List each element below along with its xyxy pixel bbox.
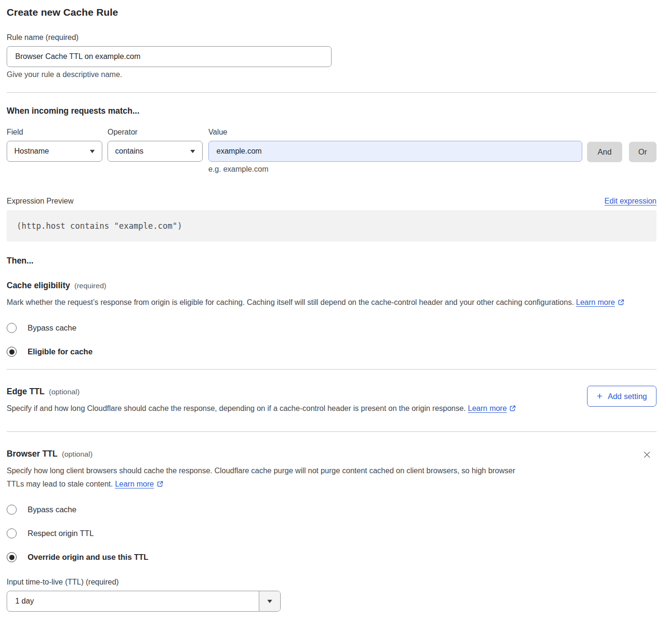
radio-label: Respect origin TTL bbox=[28, 529, 94, 538]
value-label: Value bbox=[208, 128, 582, 137]
browser-ttl-learn-more-link[interactable]: Learn more bbox=[115, 480, 154, 488]
radio-respect-origin-ttl[interactable]: Respect origin TTL bbox=[7, 528, 656, 538]
radio-label: Bypass cache bbox=[28, 323, 77, 332]
learn-more-label: Learn more bbox=[468, 404, 507, 412]
section-divider bbox=[7, 92, 656, 93]
radio-circle-icon bbox=[7, 552, 17, 562]
value-helper: e.g. example.com bbox=[208, 165, 582, 174]
edge-ttl-learn-more-link[interactable]: Learn more bbox=[468, 404, 507, 412]
add-setting-label: Add setting bbox=[607, 392, 647, 401]
operator-column: Operator contains bbox=[108, 128, 203, 162]
ttl-select[interactable]: 1 day bbox=[7, 591, 281, 612]
page-title: Create new Cache Rule bbox=[7, 7, 656, 18]
radio-label: Bypass cache bbox=[28, 505, 77, 514]
radio-bypass-cache[interactable]: Bypass cache bbox=[7, 505, 656, 515]
cache-eligibility-section: Cache eligibility (required) Mark whethe… bbox=[7, 281, 656, 357]
browser-ttl-title-row: Browser TTL (optional) bbox=[7, 449, 656, 459]
close-icon[interactable] bbox=[642, 450, 652, 460]
radio-circle-icon bbox=[7, 347, 17, 357]
field-column: Field Hostname bbox=[7, 128, 102, 162]
optional-tag: (optional) bbox=[49, 388, 80, 396]
optional-tag: (optional) bbox=[62, 450, 93, 459]
cache-eligibility-description: Mark whether the request’s response from… bbox=[7, 296, 644, 310]
match-condition-row: Field Hostname Operator contains Value e… bbox=[7, 128, 656, 174]
rule-name-label: Rule name (required) bbox=[7, 33, 656, 42]
browser-ttl-section: Browser TTL (optional) Specify how long … bbox=[7, 449, 656, 612]
plus-icon: + bbox=[597, 391, 602, 401]
value-column: Value e.g. example.com bbox=[208, 128, 582, 174]
rule-name-group: Rule name (required) Give your rule a de… bbox=[7, 33, 656, 79]
field-select-value: Hostname bbox=[14, 147, 49, 156]
external-link-icon bbox=[617, 297, 625, 310]
ttl-select-value: 1 day bbox=[7, 591, 259, 611]
operator-label: Operator bbox=[108, 128, 203, 137]
browser-ttl-description-text: Specify how long client browsers should … bbox=[7, 467, 515, 488]
cache-eligibility-description-text: Mark whether the request’s response from… bbox=[7, 298, 574, 306]
edge-ttl-description: Specify if and how long Cloudflare shoul… bbox=[7, 402, 535, 416]
browser-ttl-radio-group: Bypass cache Respect origin TTL Override… bbox=[7, 505, 656, 562]
expression-preview-row: Expression Preview Edit expression bbox=[7, 197, 656, 205]
cache-eligibility-radio-group: Bypass cache Eligible for cache bbox=[7, 323, 656, 357]
dropdown-arrow-icon bbox=[90, 150, 95, 153]
match-heading: When incoming requests match... bbox=[7, 106, 656, 116]
radio-override-origin-ttl[interactable]: Override origin and use this TTL bbox=[7, 552, 656, 562]
create-cache-rule-form: Create new Cache Rule Rule name (require… bbox=[0, 0, 666, 621]
learn-more-label: Learn more bbox=[576, 298, 615, 306]
then-heading: Then... bbox=[7, 256, 656, 266]
or-button[interactable]: Or bbox=[629, 142, 656, 162]
external-link-icon bbox=[157, 478, 164, 492]
expression-preview-label: Expression Preview bbox=[7, 197, 74, 205]
browser-ttl-description: Specify how long client browsers should … bbox=[7, 464, 528, 492]
ttl-select-arrow-button[interactable] bbox=[259, 591, 280, 611]
value-input[interactable] bbox=[208, 141, 582, 162]
radio-label: Override origin and use this TTL bbox=[28, 553, 148, 562]
add-setting-button[interactable]: + Add setting bbox=[587, 386, 656, 407]
and-button[interactable]: And bbox=[587, 142, 622, 162]
radio-eligible-for-cache[interactable]: Eligible for cache bbox=[7, 347, 656, 357]
browser-ttl-heading: Browser TTL bbox=[7, 449, 58, 459]
dropdown-arrow-icon bbox=[267, 600, 272, 603]
dropdown-arrow-icon bbox=[190, 150, 195, 153]
field-label: Field bbox=[7, 128, 102, 137]
cache-eligibility-title-row: Cache eligibility (required) bbox=[7, 281, 656, 291]
external-link-icon bbox=[509, 403, 516, 416]
expression-preview-code: (http.host contains "example.com") bbox=[7, 210, 656, 242]
ttl-label: Input time-to-live (TTL) (required) bbox=[7, 578, 656, 586]
section-divider bbox=[7, 369, 656, 370]
learn-more-label: Learn more bbox=[115, 480, 154, 488]
edge-ttl-section: Edge TTL (optional) + Add setting Specif… bbox=[7, 387, 656, 416]
radio-circle-icon bbox=[7, 505, 17, 515]
cache-eligibility-learn-more-link[interactable]: Learn more bbox=[576, 298, 615, 306]
edge-ttl-description-text: Specify if and how long Cloudflare shoul… bbox=[7, 404, 466, 412]
rule-name-helper: Give your rule a descriptive name. bbox=[7, 70, 656, 79]
radio-label: Eligible for cache bbox=[28, 347, 93, 356]
operator-select-value: contains bbox=[115, 147, 144, 156]
radio-bypass-cache[interactable]: Bypass cache bbox=[7, 323, 656, 333]
radio-circle-icon bbox=[7, 528, 17, 538]
required-tag: (required) bbox=[74, 282, 106, 290]
cache-eligibility-heading: Cache eligibility bbox=[7, 281, 70, 291]
operator-select[interactable]: contains bbox=[108, 141, 203, 162]
edge-ttl-title-row: Edge TTL (optional) bbox=[7, 387, 656, 397]
field-select[interactable]: Hostname bbox=[7, 141, 102, 162]
radio-circle-icon bbox=[7, 323, 17, 333]
edge-ttl-heading: Edge TTL bbox=[7, 387, 45, 397]
section-divider bbox=[7, 431, 656, 432]
rule-name-input[interactable] bbox=[7, 46, 332, 67]
edit-expression-link[interactable]: Edit expression bbox=[605, 197, 656, 205]
ttl-input-group: Input time-to-live (TTL) (required) 1 da… bbox=[7, 578, 656, 612]
